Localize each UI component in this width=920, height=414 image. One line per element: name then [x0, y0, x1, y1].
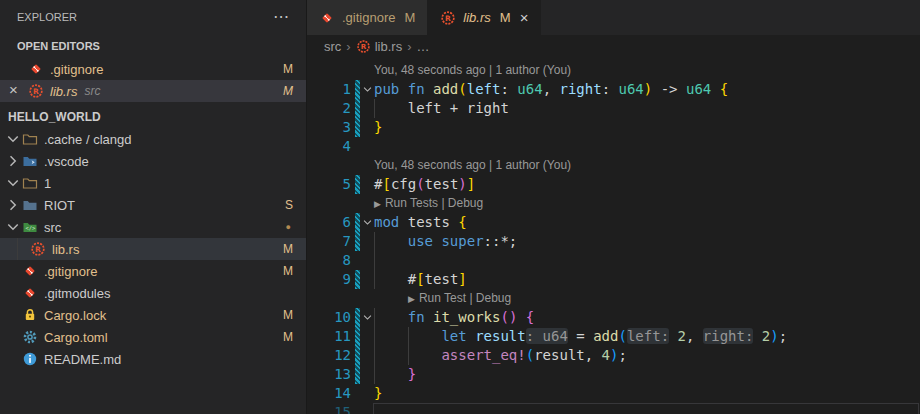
chevron-right-icon[interactable] [4, 197, 22, 213]
git-status-badge: S [285, 198, 293, 212]
tree-item-cargo-toml[interactable]: Cargo.tomlM [0, 326, 306, 348]
line-number[interactable]: 14 [307, 384, 351, 403]
code-token: ( [618, 328, 626, 344]
fold-chevron-icon[interactable] [361, 83, 374, 96]
tab-gitignore[interactable]: .gitignoreM [307, 0, 428, 35]
code-line[interactable]: use super::*; [374, 232, 920, 251]
tree-item-cache-clangd[interactable]: .cache / clangd [0, 128, 306, 150]
tree-item-1[interactable]: 1 [0, 172, 306, 194]
breadcrumb-item-[interactable]: … [416, 39, 429, 54]
open-editor-item-lib-rs[interactable]: ×Rlib.rssrcM [0, 80, 306, 102]
project-section-header[interactable]: HELLO_WORLD [0, 106, 306, 128]
line-number[interactable]: 10 [307, 308, 351, 327]
breadcrumb-item-lib-rs[interactable]: Rlib.rs [356, 39, 402, 54]
code-line[interactable]: assert_eq!(result, 4); [374, 346, 920, 365]
tree-item-cargo-lock[interactable]: Cargo.lockM [0, 304, 306, 326]
code-token: ( [526, 347, 534, 363]
modified-children-dot: ● [286, 222, 291, 232]
tree-item-readme-md[interactable]: README.md [0, 348, 306, 370]
code-line[interactable]: mod tests { [374, 213, 920, 232]
code-line[interactable]: #[test] [374, 270, 920, 289]
codelens-text: You, 48 seconds ago | 1 author (You) [374, 156, 920, 175]
code-line[interactable] [374, 251, 920, 270]
lock-icon [22, 307, 38, 323]
codelens-text: ▶Run Tests | Debug [374, 194, 920, 214]
code-token: tests [399, 214, 458, 230]
line-number[interactable]: 7 [307, 232, 351, 251]
codelens-blame[interactable]: You, 48 seconds ago | 1 author (You) [374, 158, 571, 172]
code-row: 9 #[test] [307, 270, 920, 289]
line-number[interactable]: 8 [307, 251, 351, 270]
inlay-hint: right: [703, 328, 754, 344]
open-editor-item-gitignore[interactable]: .gitignoreM [0, 58, 306, 80]
code-row: 2 left + right [307, 99, 920, 118]
tab-close-icon[interactable]: × [520, 10, 529, 25]
code-token: u64 [619, 81, 644, 97]
code-line[interactable]: } [374, 118, 920, 137]
line-number[interactable]: 3 [307, 118, 351, 137]
close-icon[interactable]: × [9, 81, 18, 98]
breadcrumb: src›Rlib.rs›… [307, 35, 920, 57]
line-number[interactable]: 2 [307, 99, 351, 118]
tree-item-lib-rs[interactable]: Rlib.rsM [0, 238, 306, 260]
codelens-command-debug[interactable]: Debug [476, 291, 511, 305]
code-row: 4 [307, 137, 920, 156]
run-play-icon[interactable]: ▶ [374, 199, 381, 209]
modified-gutter-marker [355, 308, 360, 327]
folder-vscode-icon [22, 153, 38, 169]
line-number[interactable]: 5 [307, 175, 351, 194]
fold-chevron-icon[interactable] [361, 311, 374, 324]
code-line[interactable]: let result: u64 = add(left: 2, right: 2)… [374, 327, 920, 346]
tree-item-label: RIOT [44, 198, 75, 213]
codelens-command-debug[interactable]: Debug [448, 196, 483, 210]
code-token [374, 365, 408, 384]
chevron-spacer [4, 329, 22, 345]
tab-lib-rs[interactable]: Rlib.rsM× [428, 0, 541, 35]
chevron-right-icon[interactable] [4, 153, 22, 169]
run-play-icon[interactable]: ▶ [408, 294, 415, 304]
codelens-command-run-tests[interactable]: Run Tests [385, 196, 438, 210]
more-actions-icon[interactable]: ⋯ [273, 9, 290, 25]
line-number[interactable]: 6 [307, 213, 351, 232]
tree-item-vscode[interactable]: .vscode [0, 150, 306, 172]
chevron-down-icon[interactable] [4, 219, 22, 235]
modified-gutter-marker [355, 213, 360, 232]
code-token: : [602, 81, 619, 97]
code-line[interactable]: fn it_works() { [374, 308, 920, 327]
line-number[interactable]: 13 [307, 365, 351, 384]
line-number[interactable]: 12 [307, 346, 351, 365]
code-token: result [475, 328, 526, 344]
code-line[interactable]: left + right [374, 99, 920, 118]
line-number[interactable]: 15 [307, 403, 351, 414]
tree-item-label: .vscode [44, 154, 89, 169]
chevron-down-icon[interactable] [4, 131, 22, 147]
line-number[interactable]: 4 [307, 137, 351, 156]
open-editors-header[interactable]: OPEN EDITORS [0, 34, 306, 58]
tree-item-label: .gitmodules [44, 286, 110, 301]
line-number[interactable]: 1 [307, 80, 351, 99]
breadcrumb-item-src[interactable]: src [324, 39, 341, 54]
code-line[interactable]: } [374, 384, 920, 403]
code-line[interactable]: #[cfg(test)] [374, 175, 920, 194]
tree-item-label: .gitignore [44, 264, 97, 279]
line-number[interactable]: 11 [307, 327, 351, 346]
tree-item-gitignore[interactable]: .gitignoreM [0, 260, 306, 282]
code-line[interactable]: } [374, 365, 920, 384]
line-number[interactable]: 9 [307, 270, 351, 289]
codelens-blame[interactable]: You, 48 seconds ago | 1 author (You) [374, 63, 571, 77]
code-token: ) [770, 328, 778, 344]
tab-git-badge: M [500, 10, 511, 25]
chevron-down-icon[interactable] [4, 175, 22, 191]
code-token: { [720, 81, 728, 97]
tree-item-riot[interactable]: RIOTS [0, 194, 306, 216]
fold-chevron-icon[interactable] [361, 216, 374, 229]
modified-gutter-marker [355, 270, 360, 289]
code-token: = [568, 328, 593, 344]
codelens-command-run-test[interactable]: Run Test [419, 291, 466, 305]
code-line[interactable]: pub fn add(left: u64, right: u64) -> u64… [374, 80, 920, 99]
code-token: left [467, 81, 501, 97]
tree-item-gitmodules[interactable]: .gitmodules [0, 282, 306, 304]
tree-item-src[interactable]: </>src● [0, 216, 306, 238]
code-editor[interactable]: You, 48 seconds ago | 1 author (You)1pub… [307, 57, 920, 414]
code-token: ::*; [484, 233, 518, 249]
